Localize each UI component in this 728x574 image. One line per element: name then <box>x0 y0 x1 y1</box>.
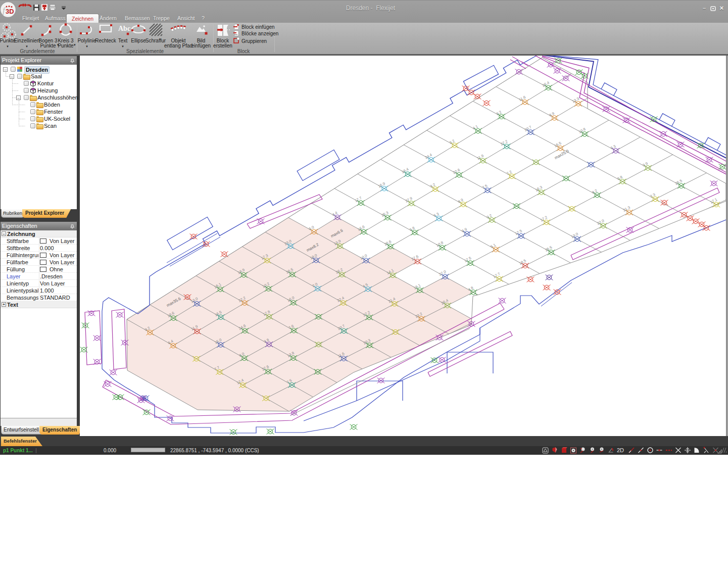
svg-text:Abc: Abc <box>118 25 130 32</box>
svg-text:2D: 2D <box>617 447 624 453</box>
